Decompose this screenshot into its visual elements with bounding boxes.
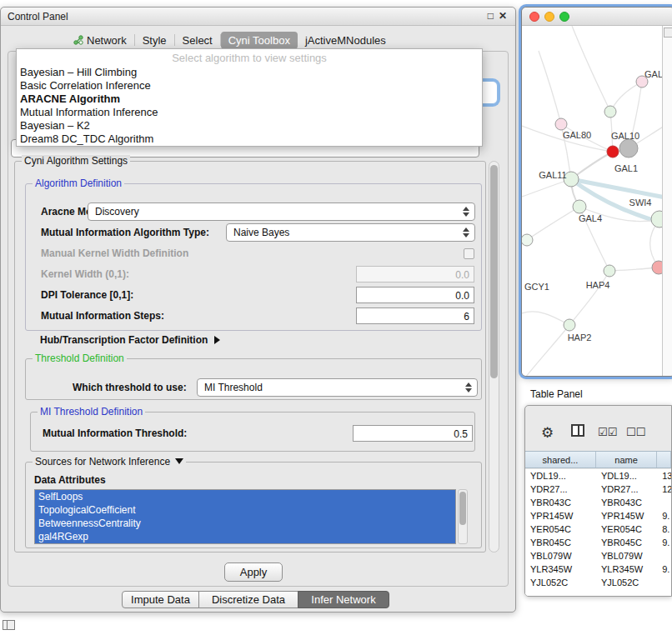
menu-item-mutual-information[interactable]: Mutual Information Inference <box>17 106 482 119</box>
menu-item-basic-correlation[interactable]: Basic Correlation Inference <box>17 79 482 92</box>
column-header-name[interactable]: name <box>596 452 657 468</box>
node-label: GAL1 <box>614 163 638 173</box>
node-hap4[interactable] <box>604 265 615 277</box>
tab-jactivemnodules[interactable]: jActiveMNodules <box>298 32 394 49</box>
table-row[interactable]: YPR145WYPR145W9. <box>525 509 671 522</box>
column-header-cutoff[interactable] <box>657 452 671 468</box>
table-row[interactable]: YBR043CYBR043C <box>525 496 671 509</box>
settings-scrollbar[interactable] <box>489 161 499 552</box>
cell: 9. <box>657 562 671 576</box>
list-scrollbar-thumb[interactable] <box>459 492 466 525</box>
sources-group: Sources for Network Inference Data Attri… <box>25 462 482 548</box>
data-attributes-list[interactable]: SelfLoops TopologicalCoefficient Between… <box>34 489 456 544</box>
control-panel-window: Control Panel □ ✕ Network Style Select C… <box>0 7 516 612</box>
cell: YPR145W <box>596 509 657 522</box>
menu-item-dream8[interactable]: Dream8 DC_TDC Algorithm <box>17 132 482 146</box>
tab-network[interactable]: Network <box>66 32 134 49</box>
node-label: GAL <box>644 69 663 79</box>
float-window-icon[interactable]: □ <box>488 10 494 22</box>
node-label: GCY1 <box>524 282 549 292</box>
list-item[interactable]: BetweennessCentrality <box>35 517 455 530</box>
aracne-mode-value: Discovery <box>95 206 139 218</box>
gear-icon[interactable]: ⚙ <box>541 424 554 442</box>
node-green-top[interactable] <box>604 106 616 118</box>
mi-steps-input[interactable]: 6 <box>356 308 474 324</box>
manual-kernel-checkbox[interactable] <box>464 248 474 259</box>
mi-type-value: Naive Bayes <box>233 227 289 238</box>
hub-section-toggle[interactable]: Hub/Transcription Factor Definition <box>40 334 220 346</box>
tab-infer-network[interactable]: Infer Network <box>298 591 389 608</box>
menu-item-bayesian-hill-climbing[interactable]: Bayesian – Hill Climbing <box>17 66 482 79</box>
cell: 13 <box>657 469 671 482</box>
expand-right-icon <box>214 336 220 344</box>
data-attributes-label: Data Attributes <box>34 474 106 486</box>
menu-item-bayesian-k2[interactable]: Bayesian – K2 <box>17 119 482 132</box>
table-row[interactable]: YBR045CYBR045C9. <box>525 536 671 549</box>
node-red-highlight[interactable] <box>607 146 619 158</box>
panel-toggle-icon[interactable] <box>3 620 15 630</box>
cell: 8. <box>657 522 671 536</box>
node-label: SWI4 <box>629 198 652 208</box>
tab-impute-data[interactable]: Impute Data <box>122 591 199 608</box>
table-columns-icon[interactable] <box>571 424 584 437</box>
settings-scrollbar-thumb[interactable] <box>490 165 498 378</box>
mi-type-select[interactable]: Naive Bayes <box>226 223 475 242</box>
cell: YER054C <box>596 522 657 536</box>
apply-button[interactable]: Apply <box>224 562 283 582</box>
scroll-arrow-box[interactable] <box>664 28 672 38</box>
table-row[interactable]: YLR345WYLR345W9. <box>525 562 671 576</box>
menu-item-aracne[interactable]: ARACNE Algorithm <box>17 92 482 106</box>
sources-title-toggle[interactable]: Sources for Network Inference <box>33 456 186 468</box>
zoom-traffic-light-icon[interactable] <box>559 12 569 22</box>
which-threshold-select[interactable]: MI Threshold <box>197 378 478 397</box>
threshold-definition-title: Threshold Definition <box>33 352 127 364</box>
table-row[interactable]: YDL19...YDL19...13 <box>525 469 671 482</box>
table-panel-window: ⚙ ☑☑ ☐☐ shared... name YDL19...YDL19...1… <box>524 405 672 597</box>
tab-style[interactable]: Style <box>135 32 174 49</box>
node-gal10[interactable] <box>619 139 638 158</box>
table-row[interactable]: YBL079WYBL079W <box>525 549 671 562</box>
table-body: YDL19...YDL19...13 YDR27...YDR27...12 YB… <box>525 469 671 596</box>
which-threshold-value: MI Threshold <box>204 382 263 393</box>
tab-select-label: Select <box>183 34 213 47</box>
cell: YDL19... <box>525 469 596 482</box>
cell: YBR043C <box>525 496 596 509</box>
list-item[interactable]: gal4RGexp <box>35 530 455 543</box>
kernel-width-input[interactable]: 0.0 <box>356 266 474 282</box>
column-header-shared-name[interactable]: shared... <box>525 452 596 468</box>
close-window-icon[interactable]: ✕ <box>499 10 507 22</box>
tab-discretize-data[interactable]: Discretize Data <box>198 591 298 608</box>
network-window-titlebar[interactable] <box>522 8 672 26</box>
close-traffic-light-icon[interactable] <box>529 12 539 22</box>
dpi-tolerance-label: DPI Tolerance [0,1]: <box>41 289 133 301</box>
network-vertical-scrollbar[interactable] <box>662 26 672 376</box>
list-item[interactable]: TopologicalCoefficient <box>35 503 455 517</box>
tab-select[interactable]: Select <box>175 32 220 49</box>
node-hap2[interactable] <box>564 319 575 331</box>
list-item[interactable]: SelfLoops <box>35 490 455 503</box>
table-row[interactable]: YJL052CYJL052C <box>525 576 671 589</box>
tab-network-label: Network <box>87 34 127 47</box>
select-all-checkboxes-icon[interactable]: ☑☑ <box>598 426 617 438</box>
list-scrollbar[interactable] <box>458 489 468 544</box>
node-gal80[interactable] <box>555 118 567 130</box>
network-canvas[interactable]: GAL GAL80 GAL10 GAL11 GAL1 SWI4 GAL4 GCY… <box>522 26 664 377</box>
control-panel-titlebar[interactable]: Control Panel □ ✕ <box>1 8 515 26</box>
cell: YDR27... <box>525 482 596 496</box>
deselect-all-checkboxes-icon[interactable]: ☐☐ <box>626 426 645 438</box>
mi-type-label: Mutual Information Algorithm Type: <box>41 227 209 238</box>
tab-cyni-toolbox[interactable]: Cyni Toolbox <box>221 32 298 49</box>
minimize-traffic-light-icon[interactable] <box>544 12 554 22</box>
aracne-mode-select[interactable]: Discovery <box>88 202 475 221</box>
table-row[interactable]: YDR27...YDR27...12 <box>525 482 671 496</box>
cell <box>657 549 671 562</box>
node-gal4[interactable] <box>573 200 586 213</box>
dpi-tolerance-input[interactable]: 0.0 <box>356 287 474 303</box>
mi-threshold-input[interactable]: 0.5 <box>353 425 473 442</box>
mi-threshold-definition-group: MI Threshold Definition Mutual Informati… <box>30 412 475 452</box>
collapse-down-icon <box>175 458 183 464</box>
table-row[interactable]: YER054CYER054C8. <box>525 522 671 536</box>
table-header: shared... name <box>525 451 671 468</box>
table-panel-label: Table Panel <box>530 388 583 400</box>
node-left-green[interactable] <box>522 234 533 246</box>
